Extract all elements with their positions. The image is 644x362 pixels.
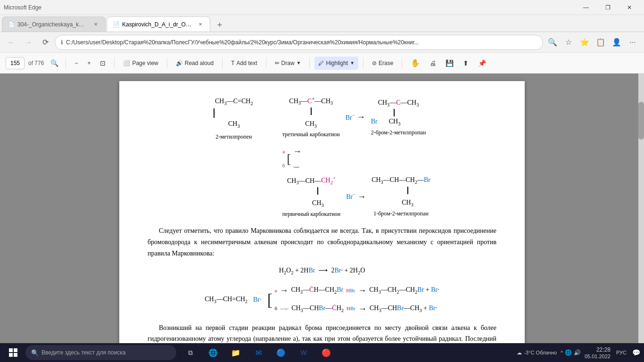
lock-icon: ℹ [61, 39, 63, 46]
chevron-icon[interactable]: ^ [561, 350, 563, 355]
arrow-br-minus-2: Br− → [346, 190, 366, 204]
zoom-out-button[interactable]: − [71, 57, 82, 70]
lang-label: РУС [616, 350, 627, 355]
page-number-input[interactable]: 155 [6, 57, 25, 69]
forward-button[interactable]: → [21, 35, 36, 50]
more-tools-button[interactable]: ⬆ [459, 57, 472, 70]
arrow-br-minus: Br− → [346, 110, 365, 124]
zoom-in-button[interactable]: + [83, 57, 94, 70]
highlight-icon: 🖊 [318, 60, 324, 66]
time-display: 22:28 [596, 346, 611, 353]
profile-icon[interactable]: 👤 [609, 35, 624, 50]
collections-icon[interactable]: 📋 [593, 35, 608, 50]
svg-rect-0 [9, 348, 13, 352]
methylpropene-group: CH3—C=CH2 CH3 2-метилпропен [214, 95, 254, 142]
notifications-button[interactable]: 💬 [632, 349, 640, 356]
add-text-button[interactable]: T Add text [227, 57, 261, 70]
close-button[interactable]: ✕ [619, 0, 640, 15]
ab-routes: а → CH3—ĊH—CH2Br HBr → CH3—CH2—CH2Br + B… [275, 284, 439, 316]
weather-text: -3°C Облачно [524, 350, 557, 355]
back-button[interactable]: ← [4, 35, 19, 50]
toolbar-separator-1 [66, 58, 66, 69]
fit-page-button[interactable]: ⊡ [96, 57, 109, 70]
edge-icon[interactable]: 🌐 [204, 344, 223, 361]
more-button[interactable]: ··· [625, 35, 640, 50]
tertiary-formula: CH3—C+—CH3 CH3 [282, 95, 340, 130]
browser-favorites-icon[interactable]: ⭐ [577, 35, 592, 50]
browser-title: Microsoft Edge [4, 4, 41, 11]
ch3-branch-cell: CH3 [214, 118, 254, 131]
add-text-icon: T [231, 60, 234, 66]
save-button[interactable]: 💾 [442, 57, 457, 70]
maximize-button[interactable]: ❐ [597, 0, 619, 15]
erase-button[interactable]: ⊘ Erase [368, 57, 397, 70]
tab-2[interactable]: 📄 Kaspirovich_D_A_i_dr_Organiche ✕ [107, 16, 210, 32]
volume-icon[interactable]: 🔊 [574, 349, 581, 356]
label-b: б [282, 162, 285, 170]
methylpropene-label: 2-метилпропен [214, 132, 254, 141]
draw-chevron-icon[interactable]: ▼ [297, 60, 301, 66]
window-controls: — ❐ ✕ [575, 0, 640, 15]
weather-icon: ☁ [517, 350, 522, 356]
search-placeholder: Введите здесь текст для поиска [41, 349, 125, 356]
product-2-bromo: CH3—C—CH3 Br CH3 2-бром-2-метилпропан [371, 98, 426, 137]
bracket-arrows: а б [ → → [282, 145, 430, 173]
hbr-label-b: HBr [347, 304, 355, 313]
label-a-2: а [275, 287, 277, 295]
branch-cell [214, 108, 254, 118]
ch3-cell: CH3—C=CH2 [214, 95, 254, 108]
nav-bar: ← → ⟳ ℹ C:/Users/user/Desktop/Старая%20п… [0, 32, 644, 53]
mail-icon[interactable]: ✉ [249, 344, 268, 361]
scrollbar-track[interactable] [638, 74, 644, 343]
zoom-icon[interactable]: 🔍 [545, 35, 560, 50]
product-2-label: 2-бром-2-метилпропан [371, 128, 426, 137]
chrome-icon[interactable]: 🔴 [317, 344, 336, 361]
scrollbar-thumb[interactable] [638, 102, 644, 140]
highlight-chevron-icon[interactable]: ▼ [350, 60, 355, 66]
print-button[interactable]: 🖨 [426, 57, 440, 70]
read-aloud-icon: 🔊 [176, 60, 183, 66]
date-display: 05.01.2022 [585, 354, 611, 359]
methylpropene-formula: CH3—C=CH2 CH3 [214, 95, 254, 131]
toolbar-separator-8 [402, 58, 402, 69]
favorites-icon[interactable]: ☆ [561, 35, 576, 50]
minimize-button[interactable]: — [575, 0, 597, 15]
br-dot-label: Br· [253, 295, 262, 305]
word-icon[interactable]: W [294, 344, 313, 361]
tertiary-carbocation: CH3—C+—CH3 CH3 третичный карбокатион [282, 95, 340, 139]
pin-button[interactable]: 📌 [474, 57, 490, 70]
arrow-b-crossed: → [280, 302, 289, 316]
edge-icon-2[interactable]: 🔵 [272, 344, 290, 361]
toolbar-separator-3 [167, 58, 167, 69]
hand-tool-button[interactable]: ✋ [407, 57, 424, 70]
taskbar-right: ☁ -3°C Облачно ^ 🌐 🔊 22:28 05.01.2022 РУ… [517, 346, 640, 359]
tab-favicon-2: 📄 [113, 21, 119, 28]
tab-close-2[interactable]: ✕ [197, 21, 204, 28]
lang-button[interactable]: РУС [616, 350, 627, 355]
explorer-icon[interactable]: 📁 [226, 344, 245, 361]
read-aloud-button[interactable]: 🔊 Read aloud [172, 57, 217, 70]
clock-area[interactable]: 22:28 05.01.2022 [585, 346, 611, 359]
search-icon: 🔍 [31, 349, 39, 356]
network-icon[interactable]: 🌐 [565, 349, 572, 356]
draw-button[interactable]: ✏ Draw ▼ [271, 57, 305, 70]
search-pdf-button[interactable]: 🔍 [48, 57, 61, 70]
taskbar-search[interactable]: 🔍 Введите здесь текст для поиска [25, 345, 176, 360]
page-view-button[interactable]: ⬜ Page view [119, 57, 162, 70]
product-b-formula: CH3—CHBr—ĊH2 [291, 303, 344, 315]
address-bar[interactable]: ℹ C:/Users/user/Desktop/Старая%20папка/П… [55, 35, 543, 50]
tab-1[interactable]: 📄 304-_Organicheskaya_khimia_Ch ✕ [2, 16, 106, 32]
tab-favicon-1: 📄 [8, 21, 15, 28]
task-view-button[interactable]: ⧉ [181, 344, 200, 361]
tabs-bar: 📄 304-_Organicheskaya_khimia_Ch ✕ 📄 Kasp… [0, 15, 644, 32]
arrow-a-hbr: → [358, 284, 366, 297]
highlight-button[interactable]: 🖊 Highlight ▼ [314, 57, 358, 70]
tab-title-2: Kaspirovich_D_A_i_dr_Organiche [122, 21, 192, 28]
product-a-final: CH3—CH2—CH2Br + Br· [369, 285, 439, 296]
primary-carbocation: CH3—CH—CH2+ CH3 первичный карбокатион [282, 175, 341, 219]
refresh-button[interactable]: ⟳ [38, 35, 53, 50]
pdf-page: CH3—C=CH2 CH3 2-метилпропен [119, 81, 525, 343]
start-button[interactable] [4, 344, 23, 361]
new-tab-button[interactable]: + [213, 18, 226, 32]
tab-close-1[interactable]: ✕ [92, 21, 99, 28]
